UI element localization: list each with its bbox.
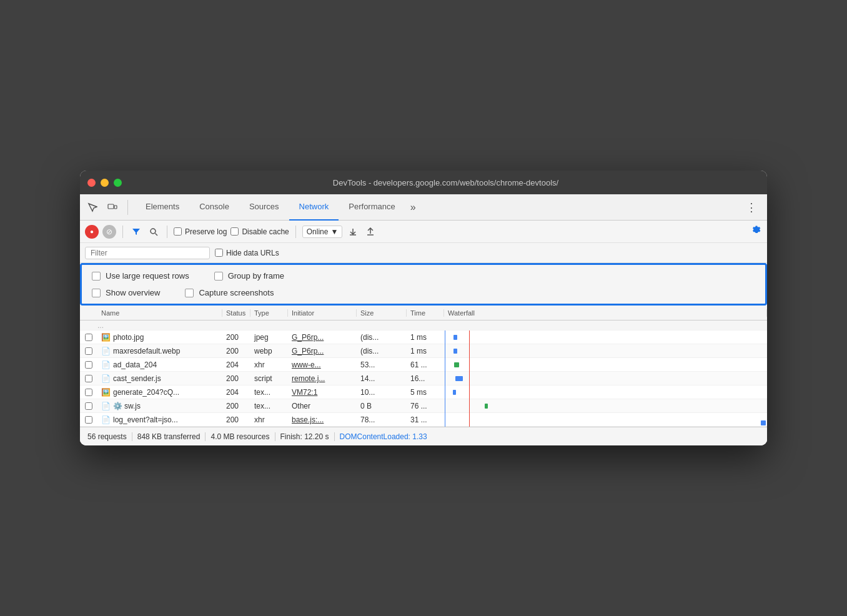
row-checkbox[interactable] xyxy=(80,334,97,341)
filter-input[interactable] xyxy=(85,247,210,259)
record-button[interactable]: ● xyxy=(85,225,99,239)
row-waterfall xyxy=(444,358,767,372)
tab-console[interactable]: Console xyxy=(189,194,239,221)
row-type: jpeg xyxy=(250,333,288,342)
throttle-selector[interactable]: Online ▼ xyxy=(302,226,343,238)
row-time: 5 ms xyxy=(407,388,444,397)
traffic-lights xyxy=(87,179,122,187)
table-row[interactable]: 🖼️photo.jpg 200 jpeg G_P6rp... (dis... 1… xyxy=(80,330,767,344)
preserve-log-checkbox[interactable]: Preserve log xyxy=(174,227,227,236)
header-initiator[interactable]: Initiator xyxy=(288,309,357,317)
row-time: 31 ... xyxy=(407,415,444,424)
group-by-frame-checkbox[interactable] xyxy=(214,272,223,281)
row-size: 0 B xyxy=(357,402,407,410)
toolbar-separator-1 xyxy=(122,226,123,238)
row-time: 1 ms xyxy=(407,333,444,342)
disable-cache-checkbox[interactable]: Disable cache xyxy=(230,227,289,236)
row-checkbox[interactable] xyxy=(80,361,97,369)
svg-point-2 xyxy=(151,229,156,234)
row-waterfall xyxy=(444,330,767,344)
row-initiator: G_P6rp... xyxy=(288,347,357,355)
tab-sources[interactable]: Sources xyxy=(239,194,289,221)
status-separator-4 xyxy=(334,432,335,441)
row-type: tex... xyxy=(250,388,288,397)
table-row[interactable]: 📄ad_data_204 204 xhr www-e... 53... 61 .… xyxy=(80,358,767,372)
table-row[interactable]: 📄log_event?alt=jso... 200 xhr base.js:..… xyxy=(80,413,767,427)
hide-data-urls-checkbox[interactable]: Hide data URLs xyxy=(215,249,279,257)
options-panel: Use large request rows Group by frame Sh… xyxy=(80,263,767,306)
row-status: 204 xyxy=(222,388,250,397)
status-separator-2 xyxy=(205,432,206,441)
options-row-1: Use large request rows Group by frame xyxy=(92,271,755,281)
device-toolbar-icon[interactable] xyxy=(105,200,120,215)
row-type: script xyxy=(250,374,288,383)
header-status[interactable]: Status xyxy=(222,309,250,317)
tab-performance[interactable]: Performance xyxy=(339,194,405,221)
clear-button[interactable]: ⊘ xyxy=(102,225,116,239)
import-har-icon[interactable] xyxy=(346,225,360,239)
row-status: 200 xyxy=(222,333,250,342)
devtools-window: DevTools - developers.google.com/web/too… xyxy=(80,171,767,445)
settings-gear-icon[interactable] xyxy=(751,225,762,239)
row-checkbox[interactable] xyxy=(80,389,97,396)
group-by-frame-option[interactable]: Group by frame xyxy=(214,271,284,281)
row-status: 200 xyxy=(222,374,250,383)
row-size: 53... xyxy=(357,360,407,369)
tab-network[interactable]: Network xyxy=(289,194,339,221)
partial-row: ... xyxy=(80,320,767,330)
row-name: 📄maxresdefault.webp xyxy=(97,347,222,355)
row-name: 📄cast_sender.js xyxy=(97,374,222,383)
table-row[interactable]: 🖼️generate_204?cQ... 204 tex... VM72:1 1… xyxy=(80,385,767,399)
row-checkbox[interactable] xyxy=(80,347,97,355)
row-checkbox[interactable] xyxy=(80,375,97,382)
row-checkbox[interactable] xyxy=(80,402,97,410)
row-type: xhr xyxy=(250,415,288,424)
capture-screenshots-checkbox[interactable] xyxy=(185,289,194,297)
row-name: 🖼️photo.jpg xyxy=(97,333,222,342)
row-time: 61 ... xyxy=(407,360,444,369)
row-checkbox[interactable] xyxy=(80,416,97,424)
large-request-rows-option[interactable]: Use large request rows xyxy=(92,271,189,281)
row-status: 200 xyxy=(222,402,250,410)
row-initiator: base.js:... xyxy=(288,415,357,424)
capture-screenshots-option[interactable]: Capture screenshots xyxy=(185,288,274,297)
close-button[interactable] xyxy=(87,179,96,187)
row-waterfall xyxy=(444,385,767,399)
finish-time: Finish: 12.20 s xyxy=(280,432,329,441)
row-waterfall xyxy=(444,399,767,413)
show-overview-option[interactable]: Show overview xyxy=(92,288,160,297)
table-row[interactable]: 📄cast_sender.js 200 script remote.j... 1… xyxy=(80,372,767,385)
header-name[interactable]: Name xyxy=(97,309,222,317)
inspect-icon[interactable] xyxy=(85,200,100,215)
row-time: 1 ms xyxy=(407,347,444,355)
filter-icon[interactable] xyxy=(129,225,143,239)
fullscreen-button[interactable] xyxy=(114,179,122,187)
resources-size: 4.0 MB resources xyxy=(211,432,269,441)
row-initiator: www-e... xyxy=(288,360,357,369)
header-time[interactable]: Time xyxy=(407,309,444,317)
header-size[interactable]: Size xyxy=(357,309,407,317)
requests-count: 56 requests xyxy=(87,432,127,441)
large-request-rows-checkbox[interactable] xyxy=(92,272,101,281)
table-row[interactable]: 📄 ⚙️ sw.js 200 tex... Other 0 B 76 ... xyxy=(80,399,767,413)
svg-rect-1 xyxy=(114,206,117,209)
table-row[interactable]: 📄maxresdefault.webp 200 webp G_P6rp... (… xyxy=(80,344,767,358)
devtools-menu-button[interactable]: ⋮ xyxy=(741,201,762,214)
options-row-2: Show overview Capture screenshots xyxy=(92,288,755,297)
row-initiator: G_P6rp... xyxy=(288,333,357,342)
tab-elements[interactable]: Elements xyxy=(136,194,189,221)
row-size: 14... xyxy=(357,374,407,383)
row-size: 78... xyxy=(357,415,407,424)
search-icon[interactable] xyxy=(147,225,161,239)
row-initiator: Other xyxy=(288,402,357,410)
minimize-button[interactable] xyxy=(101,179,109,187)
header-type[interactable]: Type xyxy=(250,309,288,317)
row-waterfall xyxy=(444,344,767,358)
show-overview-checkbox[interactable] xyxy=(92,289,101,297)
row-name: 📄log_event?alt=jso... xyxy=(97,415,222,424)
more-tabs-button[interactable]: » xyxy=(405,194,421,221)
svg-rect-0 xyxy=(108,204,114,209)
export-har-icon[interactable] xyxy=(364,225,377,239)
row-name: 🖼️generate_204?cQ... xyxy=(97,388,222,397)
header-waterfall[interactable]: Waterfall xyxy=(444,309,767,317)
